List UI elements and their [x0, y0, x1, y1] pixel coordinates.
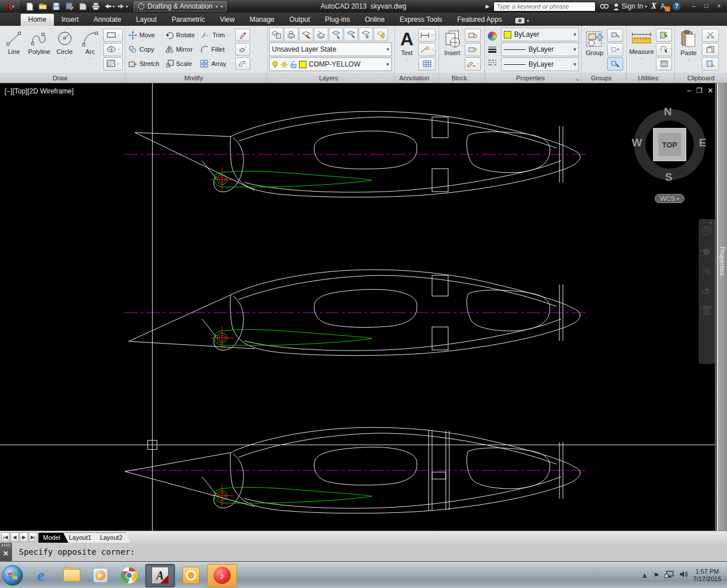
ribbon-display-toggle[interactable]: ▾: [515, 18, 529, 26]
command-close-icon[interactable]: ✕: [3, 550, 9, 558]
wcs-menu[interactable]: WCS▾: [655, 194, 685, 203]
plot-button[interactable]: [77, 1, 88, 11]
workspace-switcher[interactable]: Drafting & Annotation ▾ ▾: [134, 1, 227, 11]
panel-label-utilities[interactable]: Utilities▾: [627, 73, 674, 83]
tab-output[interactable]: Output: [282, 14, 317, 26]
tab-insert[interactable]: Insert: [54, 14, 86, 26]
view-cube[interactable]: N E S W TOP: [634, 109, 705, 180]
panel-label-clipboard[interactable]: Clipboard: [675, 73, 727, 83]
search-input[interactable]: [493, 2, 596, 11]
dimension-tool[interactable]: ▾: [418, 29, 436, 42]
doc-close-button[interactable]: ✕: [707, 87, 713, 95]
save-button[interactable]: [50, 1, 62, 11]
taskbar-clock[interactable]: 1:57 PM 7/17/2015: [693, 568, 721, 583]
taskbar-explorer[interactable]: [57, 564, 87, 587]
start-button[interactable]: [0, 563, 25, 587]
model-tab[interactable]: Model: [38, 532, 68, 543]
redo-button[interactable]: ▾: [116, 1, 128, 11]
navigation-bar[interactable]: ✕: [699, 219, 715, 364]
paste-special-tool[interactable]: [702, 57, 719, 71]
layer-off-button[interactable]: [299, 28, 313, 41]
steering-wheel-icon[interactable]: [702, 225, 712, 237]
next-tab-button[interactable]: ▶: [20, 532, 28, 542]
scale-tool[interactable]: Scale: [164, 59, 196, 69]
search-icon[interactable]: [600, 3, 609, 10]
sign-in-button[interactable]: Sign In▾: [613, 2, 647, 10]
paste-tool[interactable]: Paste▾: [677, 28, 701, 71]
showmotion-icon[interactable]: [702, 306, 712, 317]
taskbar-chrome[interactable]: [114, 564, 144, 587]
orbit-icon[interactable]: [702, 286, 712, 298]
tab-parametric[interactable]: Parametric: [164, 14, 212, 26]
tab-express-tools[interactable]: Express Tools: [392, 14, 449, 26]
layer-freeze-button[interactable]: [359, 28, 373, 41]
stretch-tool[interactable]: Stretch: [127, 59, 161, 69]
viewcube-east[interactable]: E: [699, 137, 706, 149]
ellipse-tool[interactable]: ▾: [103, 43, 123, 56]
show-hidden-icons[interactable]: ▲: [641, 571, 648, 579]
taskbar-media-player[interactable]: ▶: [88, 564, 113, 587]
wing-rib-2[interactable]: [124, 270, 585, 356]
rotate-tool[interactable]: Rotate: [164, 30, 196, 41]
quick-select-tool[interactable]: [656, 29, 672, 42]
cad-canvas[interactable]: [0, 83, 727, 531]
wing-rib-1[interactable]: [124, 111, 585, 197]
layer-on-button[interactable]: [374, 28, 388, 41]
panel-label-groups[interactable]: Groups▾: [581, 73, 626, 83]
tab-layout[interactable]: Layout: [129, 14, 164, 26]
arc-tool[interactable]: Arc▾: [78, 28, 102, 71]
command-window-grip[interactable]: ✕: [0, 543, 12, 561]
lineweight-dropdown[interactable]: ByLayer▾: [501, 42, 579, 56]
open-button[interactable]: [37, 1, 49, 11]
wing-rib-3[interactable]: [124, 427, 585, 513]
exchange-apps-icon[interactable]: X: [651, 2, 656, 11]
panel-label-modify[interactable]: Modify▾: [125, 73, 267, 83]
trim-tool[interactable]: Trim▾: [199, 30, 232, 40]
viewcube-west[interactable]: W: [632, 137, 642, 149]
tab-home[interactable]: Home: [21, 14, 54, 26]
panel-label-block[interactable]: Block▾: [439, 73, 484, 83]
id-point-tool[interactable]: [656, 43, 672, 56]
copy-clip-tool[interactable]: [702, 43, 719, 56]
doc-restore-button[interactable]: ❐: [696, 87, 702, 95]
layer-properties-button[interactable]: [269, 28, 283, 41]
pan-icon[interactable]: [702, 246, 712, 258]
tab-featured-apps[interactable]: Featured Apps: [450, 14, 510, 26]
linetype-dropdown[interactable]: ByLayer▾: [501, 57, 579, 71]
save-as-button[interactable]: [64, 1, 75, 11]
taskbar-outlook[interactable]: [176, 564, 206, 587]
group-tool[interactable]: Group: [583, 28, 606, 71]
infocenter-collapse-icon[interactable]: ▶: [485, 3, 489, 9]
navbar-close-icon[interactable]: ✕: [708, 220, 713, 226]
line-tool[interactable]: Line: [2, 28, 26, 71]
taskbar-autocad[interactable]: A: [145, 564, 175, 587]
panel-label-annotation[interactable]: Annotation▾: [395, 73, 438, 83]
leader-tool[interactable]: ▾: [418, 43, 436, 56]
undo-button[interactable]: ▾: [103, 1, 115, 11]
table-tool[interactable]: [418, 57, 436, 71]
group-edit-tool[interactable]: [607, 43, 623, 56]
block-editor-tool[interactable]: ▾: [465, 57, 481, 71]
autodesk360-icon[interactable]: A↓: [660, 2, 668, 10]
properties-palette-tab[interactable]: Properties: [717, 83, 727, 531]
app-menu-button[interactable]: A▾: [0, 0, 20, 13]
lineweight-icon[interactable]: [487, 44, 498, 55]
panel-dialog-launcher[interactable]: ↘: [575, 77, 579, 82]
command-prompt[interactable]: Specify opposite corner:: [12, 543, 135, 561]
explode-tool[interactable]: [235, 43, 250, 56]
help-icon[interactable]: ?: [672, 2, 681, 10]
viewport-controls-label[interactable]: [−][Top][2D Wireframe]: [5, 87, 73, 95]
layer-dropdown[interactable]: COMP-YELLOW ▾: [269, 57, 392, 71]
layer-unisolate-button[interactable]: [344, 28, 358, 41]
insert-block-tool[interactable]: Insert: [441, 28, 464, 71]
prev-tab-button[interactable]: ◀: [10, 532, 19, 542]
command-line[interactable]: ✕ Specify opposite corner:: [0, 543, 727, 562]
tab-online[interactable]: Online: [357, 14, 392, 26]
object-color-icon[interactable]: [487, 30, 498, 42]
action-center-flag-icon[interactable]: ⚑: [653, 571, 659, 579]
layout2-tab[interactable]: Layout2: [95, 532, 130, 543]
viewcube-north[interactable]: N: [664, 106, 672, 118]
layout1-tab[interactable]: Layout1: [64, 532, 99, 543]
network-icon[interactable]: [664, 570, 674, 581]
last-tab-button[interactable]: ▶|: [29, 532, 37, 542]
